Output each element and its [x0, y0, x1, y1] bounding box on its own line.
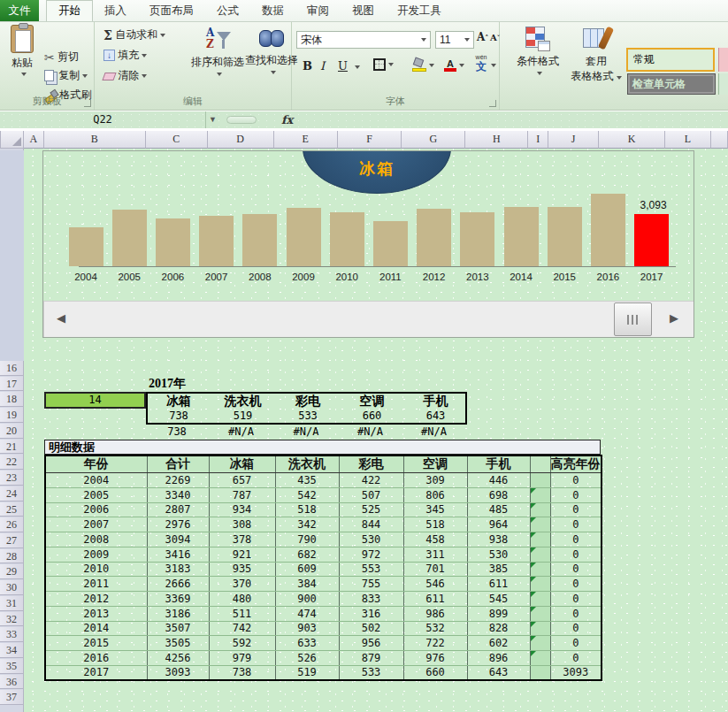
cell-彩电-2009[interactable]: 972	[339, 547, 403, 562]
detail-header-手机[interactable]: 手机	[467, 456, 530, 473]
cell-冰箱-2009[interactable]: 921	[209, 547, 275, 562]
cell-年份-2007[interactable]: 2007	[45, 517, 147, 532]
cell-年份-2009[interactable]: 2009	[45, 547, 147, 562]
detail-header-合计[interactable]: 合计	[147, 456, 209, 473]
tab-插入[interactable]: 插入	[93, 0, 138, 21]
cell-高亮年份-2012[interactable]: 0	[550, 592, 602, 607]
column-header-D[interactable]: D	[208, 131, 274, 149]
cell-手机-2008[interactable]: 938	[467, 532, 530, 547]
cell-彩电-2016[interactable]: 879	[339, 651, 403, 666]
row-header-17[interactable]: 17	[0, 377, 23, 392]
cell-手机-2007[interactable]: 964	[467, 517, 530, 532]
cell-冰箱-2011[interactable]: 370	[209, 577, 275, 592]
flag-cell-2005[interactable]	[530, 487, 550, 502]
summary-value-冰箱[interactable]: 738	[148, 410, 210, 423]
row-header-19[interactable]: 19	[0, 408, 23, 423]
cell-style-check-cell[interactable]: 检查单元格	[627, 73, 716, 95]
tab-数据[interactable]: 数据	[250, 0, 295, 21]
row-header-27[interactable]: 27	[0, 533, 23, 548]
summary-value-洗衣机[interactable]: 519	[210, 410, 276, 423]
cell-彩电-2012[interactable]: 833	[339, 592, 403, 607]
conditional-formatting-button[interactable]: 条件格式	[510, 27, 565, 75]
font-size-select[interactable]: 11	[435, 31, 474, 49]
lookup-value-4[interactable]: #N/A	[402, 425, 465, 440]
column-header-E[interactable]: E	[274, 131, 338, 149]
column-header-F[interactable]: F	[338, 131, 402, 149]
row-header-32[interactable]: 32	[0, 612, 23, 627]
flag-cell-2010[interactable]	[530, 562, 550, 577]
grow-font-button[interactable]: A˄	[477, 31, 488, 43]
cell-手机-2013[interactable]: 899	[467, 606, 530, 621]
clipboard-dialog-launcher-icon[interactable]	[84, 100, 91, 107]
cell-空调-2007[interactable]: 518	[403, 517, 467, 532]
find-select-button[interactable]: 查找和选择	[252, 27, 291, 74]
tab-公式[interactable]: 公式	[205, 0, 250, 21]
bar-2011[interactable]	[373, 221, 408, 266]
formula-input[interactable]	[293, 111, 728, 128]
lookup-value-0[interactable]: 738	[146, 425, 208, 440]
cell-合计-2008[interactable]: 3094	[147, 532, 209, 547]
lookup-formula-row[interactable]: 738#N/A#N/A#N/A#N/A	[146, 425, 467, 440]
cell-冰箱-2006[interactable]: 934	[209, 502, 275, 517]
cell-洗衣机-2013[interactable]: 474	[275, 606, 339, 621]
cell-洗衣机-2010[interactable]: 609	[275, 562, 339, 577]
cell-洗衣机-2007[interactable]: 342	[275, 517, 339, 532]
row-header-35[interactable]: 35	[0, 659, 23, 674]
cell-高亮年份-2015[interactable]: 0	[550, 636, 602, 651]
cell-高亮年份-2008[interactable]: 0	[550, 532, 602, 547]
scrollbar-left-arrow-icon[interactable]: ◀	[57, 311, 65, 325]
row-header-30[interactable]: 30	[0, 580, 23, 595]
cell-高亮年份-2013[interactable]: 0	[550, 606, 602, 621]
borders-button[interactable]	[373, 58, 394, 71]
cell-彩电-2005[interactable]: 507	[339, 487, 403, 502]
cell-合计-2006[interactable]: 2807	[147, 502, 209, 517]
cell-彩电-2008[interactable]: 530	[339, 532, 403, 547]
cell-年份-2008[interactable]: 2008	[45, 532, 147, 547]
cell-高亮年份-2007[interactable]: 0	[550, 517, 602, 532]
flag-cell-2004[interactable]	[530, 473, 550, 488]
column-header-I[interactable]: I	[528, 131, 548, 149]
row-header-31[interactable]: 31	[0, 596, 23, 611]
font-dialog-launcher-icon[interactable]	[489, 100, 496, 107]
detail-header-空调[interactable]: 空调	[403, 456, 467, 473]
cell-合计-2009[interactable]: 3416	[147, 547, 209, 562]
cell-洗衣机-2014[interactable]: 903	[275, 621, 339, 636]
detail-header-彩电[interactable]: 彩电	[339, 456, 403, 473]
flag-cell-2013[interactable]	[530, 606, 550, 621]
cell-高亮年份-2016[interactable]: 0	[550, 651, 602, 666]
cell-高亮年份-2011[interactable]: 0	[550, 577, 602, 592]
cell-手机-2009[interactable]: 530	[467, 547, 530, 562]
cell-空调-2010[interactable]: 701	[403, 562, 467, 577]
cell-彩电-2011[interactable]: 755	[339, 577, 403, 592]
cell-空调-2017[interactable]: 660	[403, 665, 467, 680]
detail-table-title[interactable]: 明细数据	[44, 440, 601, 455]
cell-高亮年份-2005[interactable]: 0	[550, 487, 602, 502]
cell-年份-2014[interactable]: 2014	[45, 621, 147, 636]
cell-手机-2004[interactable]: 446	[467, 473, 530, 488]
font-color-button[interactable]: A	[444, 58, 464, 72]
cell-洗衣机-2012[interactable]: 900	[275, 592, 339, 607]
autosum-button[interactable]: Σ 自动求和	[103, 27, 165, 42]
cell-年份-2013[interactable]: 2013	[45, 606, 147, 621]
sales-bar-chart[interactable]: 冰箱 2004200520062007200820092010201120122…	[42, 150, 694, 338]
bar-2015[interactable]	[548, 207, 582, 266]
cell-空调-2011[interactable]: 546	[403, 577, 467, 592]
row-header-20[interactable]: 20	[0, 424, 23, 439]
cell-手机-2017[interactable]: 643	[467, 665, 530, 680]
sort-filter-button[interactable]: AZ 排序和筛选	[183, 27, 252, 76]
fill-button[interactable]: ↓ 填充	[103, 48, 147, 63]
tab-页面布局[interactable]: 页面布局	[138, 0, 205, 21]
cell-空调-2004[interactable]: 309	[403, 473, 467, 488]
cell-空调-2016[interactable]: 976	[403, 651, 467, 666]
cell-洗衣机-2008[interactable]: 790	[275, 532, 339, 547]
summary-header-彩电[interactable]: 彩电	[276, 394, 340, 410]
row-header-26[interactable]: 26	[0, 517, 23, 532]
cell-冰箱-2005[interactable]: 787	[209, 487, 275, 502]
flag-cell-2011[interactable]	[530, 577, 550, 592]
cell-空调-2012[interactable]: 611	[403, 592, 467, 607]
cell-年份-2016[interactable]: 2016	[45, 651, 147, 666]
cell-style-bad-partial[interactable]	[718, 48, 728, 72]
italic-button[interactable]: I	[320, 59, 325, 73]
summary-table[interactable]: 冰箱洗衣机彩电空调手机738519533660643	[146, 392, 467, 425]
bar-2010[interactable]	[330, 212, 364, 266]
